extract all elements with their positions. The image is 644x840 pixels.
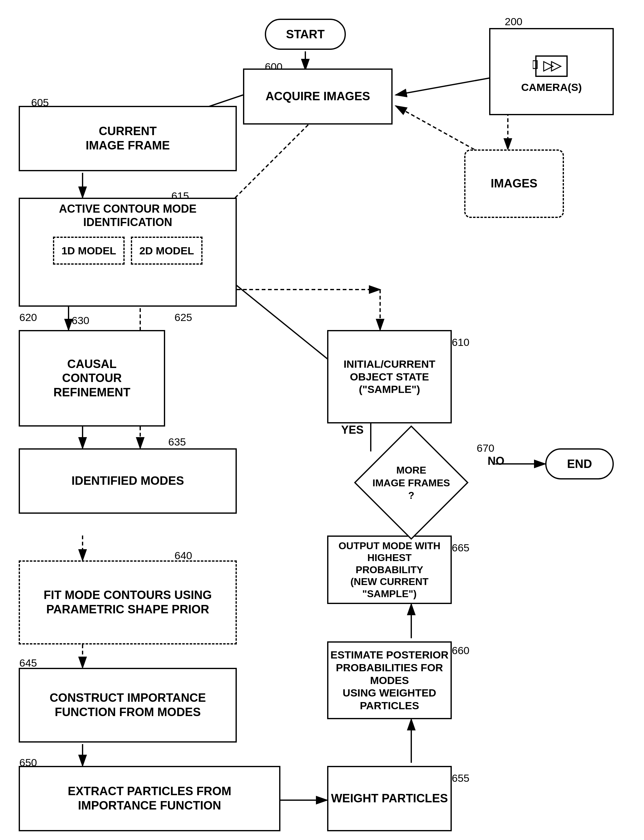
weight-particles-label: WEIGHT PARTICLES — [331, 791, 448, 806]
model-1d-box: 1D MODEL — [53, 237, 125, 265]
initial-object-state-box: INITIAL/CURRENT OBJECT STATE ("SAMPLE") — [327, 330, 452, 423]
model-2d-box: 2D MODEL — [131, 237, 202, 265]
ref-620: 620 — [19, 311, 37, 324]
estimate-posterior-label: ESTIMATE POSTERIOR PROBABILITIES FOR MOD… — [329, 648, 450, 712]
yes-label: YES — [341, 423, 364, 437]
fit-mode-label: FIT MODE CONTOURS USING PARAMETRIC SHAPE… — [44, 588, 212, 616]
active-contour-box: ACTIVE CONTOUR MODE IDENTIFICATION 1D MO… — [19, 198, 237, 307]
construct-label: CONSTRUCT IMPORTANCE FUNCTION FROM MODES — [49, 691, 206, 719]
causal-contour-box: CAUSAL CONTOUR REFINEMENT — [19, 330, 165, 427]
camera-icon — [533, 50, 570, 78]
more-frames-label: MORE IMAGE FRAMES ? — [373, 463, 450, 501]
ref-640: 640 — [174, 550, 192, 562]
active-contour-label: ACTIVE CONTOUR MODE IDENTIFICATION — [59, 202, 196, 229]
output-mode-box: OUTPUT MODE WITH HIGHEST PROBABILITY (NE… — [327, 535, 452, 604]
output-mode-label: OUTPUT MODE WITH HIGHEST PROBABILITY (NE… — [329, 540, 450, 599]
ref-635: 635 — [168, 436, 186, 448]
ref-655: 655 — [452, 772, 470, 784]
images-label: IMAGES — [491, 177, 537, 191]
weight-particles-box: WEIGHT PARTICLES — [327, 766, 452, 831]
current-image-label: CURRENT IMAGE FRAME — [86, 124, 170, 152]
estimate-posterior-box: ESTIMATE POSTERIOR PROBABILITIES FOR MOD… — [327, 641, 452, 719]
cameras-label: CAMERA(S) — [521, 81, 582, 94]
ref-665: 665 — [452, 542, 470, 554]
more-frames-diamond: MORE IMAGE FRAMES ? — [349, 430, 473, 535]
start-node: START — [265, 19, 346, 50]
model-1d-label: 1D MODEL — [61, 244, 116, 257]
causal-label: CAUSAL CONTOUR REFINEMENT — [54, 357, 131, 400]
flowchart-diagram: START 200 CAMERA(S) 210 IMAGES 600 ACQUI… — [0, 0, 644, 840]
extract-label: EXTRACT PARTICLES FROM IMPORTANCE FUNCTI… — [68, 784, 232, 812]
start-label: START — [286, 28, 325, 41]
ref-670: 670 — [477, 442, 495, 454]
model-2d-label: 2D MODEL — [139, 244, 194, 257]
no-label: NO — [488, 455, 504, 468]
acquire-images-box: ACQUIRE IMAGES — [243, 69, 393, 124]
construct-importance-box: CONSTRUCT IMPORTANCE FUNCTION FROM MODES — [19, 668, 237, 743]
ref-610: 610 — [452, 336, 470, 349]
cameras-ref-label: 200 — [505, 16, 522, 28]
fit-mode-box: FIT MODE CONTOURS USING PARAMETRIC SHAPE… — [19, 560, 237, 645]
current-image-frame-box: CURRENT IMAGE FRAME — [19, 106, 237, 171]
ref-625: 625 — [174, 311, 192, 324]
svg-line-6 — [396, 106, 480, 152]
camera-box: CAMERA(S) — [489, 28, 614, 115]
ref-660: 660 — [452, 645, 470, 657]
end-node: END — [545, 448, 614, 480]
identified-modes-box: IDENTIFIED MODES — [19, 448, 237, 514]
identified-modes-label: IDENTIFIED MODES — [71, 474, 184, 488]
ref-630: 630 — [72, 314, 89, 327]
acquire-images-label: ACQUIRE IMAGES — [265, 89, 370, 104]
ref-645: 645 — [19, 657, 37, 669]
end-label: END — [567, 457, 592, 471]
images-storage: IMAGES — [464, 149, 564, 218]
extract-particles-box: EXTRACT PARTICLES FROM IMPORTANCE FUNCTI… — [19, 766, 280, 831]
initial-object-label: INITIAL/CURRENT OBJECT STATE ("SAMPLE") — [343, 358, 435, 396]
